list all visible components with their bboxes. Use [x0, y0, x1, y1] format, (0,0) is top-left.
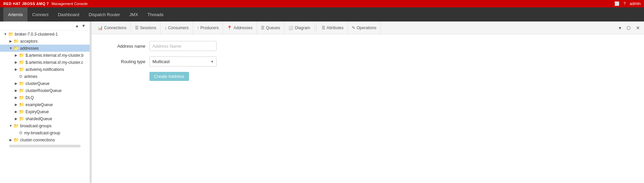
tree-label-activemq: activemq.notifications: [26, 67, 64, 72]
toggle-clusterQueue: ▶: [13, 82, 19, 85]
folder-icon-cluster-connections: 📁: [13, 137, 19, 142]
consumers-icon: ↓: [165, 26, 167, 30]
tab-bar-right: ▾ ⬡ ✕: [617, 24, 642, 32]
tree-node-clusterRouterQueue[interactable]: ▶ 📁 clusterRouterQueue: [0, 87, 90, 94]
tree-node-artimes[interactable]: ⚙ artimes: [0, 73, 90, 80]
sidebar-controls: ▲ ▼: [0, 21, 90, 31]
toggle-DLQ: ▶: [13, 96, 19, 99]
toggle-broadcast-groups: ▼: [8, 124, 13, 128]
tree-node-broker[interactable]: ▼ 📁 broker-7.0.3-clustered-1: [0, 31, 90, 38]
app-title: Management Console: [51, 2, 88, 6]
help-icon[interactable]: ?: [624, 1, 626, 6]
user-menu[interactable]: admin: [630, 1, 641, 6]
nav-item-jmx[interactable]: JMX: [125, 7, 143, 21]
folder-icon-clusterRouterQueue: 📁: [19, 88, 24, 93]
tab-sessions-label: Sessions: [140, 26, 156, 30]
toggle-cluster-connections: ▶: [8, 138, 13, 142]
tab-operations[interactable]: ✎ Operations: [348, 21, 381, 34]
queues-icon: ☰: [261, 26, 265, 30]
nav-item-dashboard[interactable]: Dashboard: [53, 7, 84, 21]
tree-label-artemis-2: $.artemis.internal.sf.my-cluster.c: [26, 60, 83, 65]
address-name-row: Address name: [102, 41, 634, 51]
toggle-acceptors: ▶: [8, 39, 13, 43]
tree-node-exampleQueue[interactable]: ▶ 📁 exampleQueue: [0, 101, 90, 108]
brand: RED HAT JBOSS AMQ 7: [3, 2, 49, 6]
tab-connections[interactable]: 📊 Connections: [94, 21, 131, 34]
tree-node-acceptors[interactable]: ▶ 📁 acceptors: [0, 38, 90, 45]
tab-consumers[interactable]: ↓ Consumers: [160, 21, 193, 34]
tree-node-broadcast-groups[interactable]: ▼ 📁 broadcast-groups: [0, 122, 90, 129]
tree-label-clusterQueue: clusterQueue: [26, 81, 49, 86]
tree-label-broker: broker-7.0.3-clustered-1: [15, 32, 58, 37]
address-name-input[interactable]: [149, 41, 217, 51]
toggle-shardedQueue: ▶: [13, 117, 19, 121]
tab-addresses[interactable]: 📍 Addresses: [223, 21, 257, 34]
folder-icon-artemis-2: 📁: [19, 60, 24, 65]
sessions-icon: ☰: [135, 26, 139, 30]
tree-node-artemis-internal-1[interactable]: ▶ 📁 $.artemis.internal.sf.my-cluster.b: [0, 52, 90, 59]
top-bar-right: ⬜ ? admin: [614, 1, 641, 6]
tree-node-DLQ[interactable]: ▶ 📁 DLQ: [0, 94, 90, 101]
tree-node-clusterQueue[interactable]: ▶ 📁 clusterQueue: [0, 80, 90, 87]
tree-label-my-broadcast-group: my-broadcast-group: [24, 131, 60, 135]
toggle-clusterRouterQueue: ▶: [13, 89, 19, 92]
tree-label-acceptors: acceptors: [20, 39, 38, 44]
tab-close-btn[interactable]: ✕: [634, 24, 642, 32]
tree-label-artimes: artimes: [24, 74, 37, 79]
producers-icon: ↑: [197, 26, 199, 30]
tab-producers-label: Producers: [200, 26, 219, 30]
folder-icon-broker: 📁: [8, 32, 13, 37]
tab-expand-btn[interactable]: ⬡: [625, 24, 633, 32]
tree-node-cluster-connections[interactable]: ▶ 📁 cluster-connections: [0, 136, 90, 143]
gear-icon-broadcast-group: ⚙: [19, 130, 23, 135]
tree-node-my-broadcast-group[interactable]: ⚙ my-broadcast-group: [0, 129, 90, 136]
tree-label-cluster-connections: cluster-connections: [20, 138, 55, 142]
nav-item-dispatch-router[interactable]: Dispatch Router: [84, 7, 125, 21]
tab-divider: [316, 25, 316, 31]
operations-icon: ✎: [352, 26, 355, 30]
toggle-artemis-internal-1: ▶: [13, 53, 19, 57]
tab-operations-label: Operations: [357, 26, 376, 30]
tab-diagram-label: Diagram: [295, 26, 310, 30]
tab-attributes[interactable]: ☰ Attributes: [318, 21, 348, 34]
nav-item-artemis[interactable]: Artemis: [3, 7, 28, 21]
tab-diagram[interactable]: ⬜ Diagram: [284, 21, 314, 34]
tree-label-clusterRouterQueue: clusterRouterQueue: [26, 88, 61, 93]
folder-icon-exampleQueue: 📁: [19, 102, 24, 107]
tree-label-addresses: addresses: [20, 46, 39, 51]
folder-icon-ExpiryQueue: 📁: [19, 109, 24, 114]
nav-item-connect[interactable]: Connect: [28, 7, 53, 21]
main-layout: ▲ ▼ ▼ 📁 broker-7.0.3-clustered-1 ▶ 📁 acc…: [0, 21, 644, 183]
routing-type-wrapper: Multicast Anycast ▼: [149, 56, 217, 66]
address-name-label: Address name: [102, 44, 145, 49]
monitor-icon[interactable]: ⬜: [614, 1, 619, 6]
tree-node-addresses[interactable]: ▼ 📁 addresses: [0, 45, 90, 52]
tree-node-artemis-internal-2[interactable]: ▶ 📁 $.artemis.internal.sf.my-cluster.c: [0, 59, 90, 66]
toggle-activemq: ▶: [13, 67, 19, 71]
tree-node-shardedQueue[interactable]: ▶ 📁 shardedQueue: [0, 115, 90, 122]
tab-queues[interactable]: ☰ Queues: [257, 21, 284, 34]
tree-node-activemq-notifications[interactable]: ▶ 📁 activemq.notifications: [0, 66, 90, 73]
sidebar: ▲ ▼ ▼ 📁 broker-7.0.3-clustered-1 ▶ 📁 acc…: [0, 21, 90, 183]
form-area: Address name Routing type Multicast Anyc…: [92, 34, 644, 183]
folder-icon-addresses: 📁: [13, 46, 19, 51]
routing-type-select[interactable]: Multicast Anycast: [149, 56, 217, 66]
tab-queues-label: Queues: [266, 26, 280, 30]
toggle-artemis-internal-2: ▶: [13, 60, 19, 64]
create-address-button[interactable]: Create Address: [149, 72, 189, 81]
tree-node-ExpiryQueue[interactable]: ▶ 📁 ExpiryQueue: [0, 108, 90, 115]
create-btn-row: Create Address: [102, 72, 634, 81]
tree-label-exampleQueue: exampleQueue: [26, 102, 53, 107]
tab-producers[interactable]: ↑ Producers: [193, 21, 223, 34]
toggle-addresses: ▼: [8, 46, 13, 50]
tab-dropdown-btn[interactable]: ▾: [617, 24, 623, 32]
collapse-down-btn[interactable]: ▼: [80, 23, 87, 29]
tree-label-artemis-1: $.artemis.internal.sf.my-cluster.b: [26, 53, 84, 58]
nav-item-threads[interactable]: Threads: [143, 7, 168, 21]
tab-sessions[interactable]: ☰ Sessions: [131, 21, 161, 34]
addresses-icon: 📍: [227, 26, 232, 30]
collapse-up-btn[interactable]: ▲: [74, 23, 80, 29]
tree-label-ExpiryQueue: ExpiryQueue: [26, 109, 49, 114]
gear-icon-artimes: ⚙: [19, 74, 23, 79]
tab-addresses-label: Addresses: [233, 26, 252, 30]
